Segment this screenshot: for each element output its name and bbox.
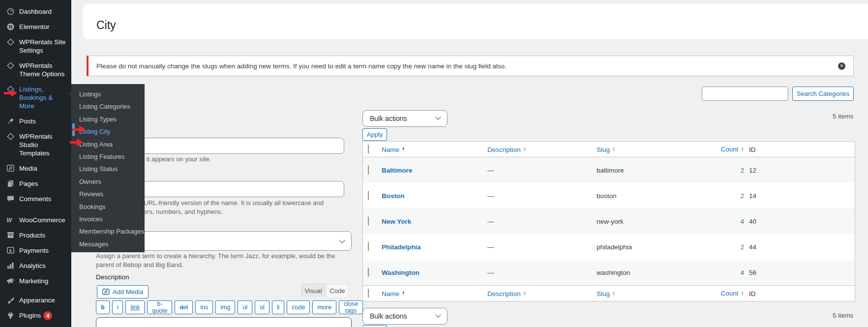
sidebar-item-pages[interactable]: Pages <box>0 176 71 191</box>
page-title: City <box>96 19 116 32</box>
row-checkbox[interactable] <box>368 242 369 251</box>
qt-italic-button[interactable]: i <box>112 300 123 314</box>
apply-button-bottom[interactable]: Apply <box>362 325 387 327</box>
qt-ins-button[interactable]: ins <box>195 300 213 314</box>
sidebar-item-dashboard[interactable]: Dashboard <box>0 4 71 19</box>
sidebar-item-wprentals-studio-templates[interactable]: WPRentals Studio Templates <box>0 129 71 161</box>
column-header-count[interactable]: Count <box>721 290 744 297</box>
sidebar-item-elementor[interactable]: Elementor <box>0 19 71 34</box>
submenu-item-listing-types[interactable]: Listing Types <box>71 113 145 125</box>
sidebar-item-posts[interactable]: Posts <box>0 114 71 129</box>
bulk-actions-select-top[interactable]: Bulk actions <box>362 110 448 127</box>
term-id: 44 <box>749 243 756 251</box>
sidebar-item-plugins[interactable]: Plugins4 <box>0 308 71 324</box>
term-count-link[interactable]: 4 <box>740 269 744 276</box>
term-slug: new-york <box>597 218 624 225</box>
submenu-item-owners[interactable]: Owners <box>71 176 145 188</box>
submenu-item-messages[interactable]: Messages <box>71 238 145 250</box>
qt-bold-button[interactable]: b <box>96 300 110 314</box>
submenu-item-listing-features[interactable]: Listing Features <box>71 150 145 163</box>
term-count-link[interactable]: 4 <box>740 218 744 225</box>
page-header-card <box>83 4 868 39</box>
row-checkbox[interactable] <box>368 216 369 226</box>
select-all-checkbox[interactable] <box>368 289 369 298</box>
term-id: 40 <box>749 218 756 225</box>
apply-button-top[interactable]: Apply <box>362 128 387 141</box>
term-name-link[interactable]: Boston <box>382 192 405 200</box>
sidebar-item-wprentals-theme-options[interactable]: WPRentals Theme Options <box>0 58 71 82</box>
add-media-button[interactable]: Add Media <box>97 285 149 298</box>
term-count-link[interactable]: 2 <box>740 167 744 174</box>
tab-visual[interactable]: Visual <box>301 284 325 297</box>
qt-img-button[interactable]: img <box>215 300 235 314</box>
qt-ul-button[interactable]: ul <box>238 300 252 314</box>
row-checkbox[interactable] <box>368 268 369 277</box>
qt-ol-button[interactable]: ol <box>255 300 269 314</box>
submenu-item-invoices[interactable]: Invoices <box>71 213 145 225</box>
elementor-icon <box>6 23 15 30</box>
annotation-arrow-listing-area <box>70 138 84 146</box>
qt-close-tags-button[interactable]: close tags <box>339 300 363 314</box>
column-header-name[interactable]: Name <box>382 146 405 153</box>
term-count-link[interactable]: 2 <box>740 243 744 251</box>
qt-li-button[interactable]: li <box>272 300 285 314</box>
column-header-description[interactable]: Description <box>487 290 526 297</box>
bars-icon <box>6 262 15 269</box>
qt-code-button[interactable]: code <box>287 300 310 314</box>
sidebar-item-appearance[interactable]: Appearance <box>0 293 71 308</box>
table-header-row: Name Description Slug Count ID <box>363 142 855 157</box>
sidebar-item-users[interactable]: Users <box>0 324 71 327</box>
term-slug: boston <box>597 192 617 200</box>
sidebar-item-payments[interactable]: $ Payments <box>0 243 71 258</box>
term-name-link[interactable]: Philadelphia <box>382 243 421 251</box>
qt-more-button[interactable]: more <box>312 300 336 314</box>
sidebar-item-marketing[interactable]: Marketing <box>0 273 71 289</box>
svg-text:W: W <box>6 217 13 223</box>
listings-flyout-menu: Listings Listing Categories Listing Type… <box>71 84 145 252</box>
description-textarea[interactable] <box>96 317 352 327</box>
column-header-slug[interactable]: Slug <box>597 290 615 297</box>
table-row: Washington — washington 4 56 <box>363 260 855 285</box>
column-header-count[interactable]: Count <box>721 146 744 153</box>
search-categories-button[interactable]: Search Categories <box>792 87 854 101</box>
term-name-link[interactable]: New York <box>382 218 411 225</box>
sort-icon <box>741 147 744 151</box>
term-name-link[interactable]: Baltimore <box>382 167 412 174</box>
media-icon <box>6 164 15 172</box>
term-description: — <box>487 218 494 225</box>
sort-icon <box>402 147 405 151</box>
sidebar-item-woocommerce[interactable]: W WooCommerce <box>0 212 71 228</box>
qt-link-button[interactable]: link <box>125 300 145 314</box>
tab-code[interactable]: Code <box>326 284 349 297</box>
submenu-item-membership-packages[interactable]: Membership Packages <box>71 225 145 238</box>
column-header-description[interactable]: Description <box>487 146 526 153</box>
bulk-actions-select-bottom[interactable]: Bulk actions <box>362 308 448 325</box>
qt-del-button[interactable]: del <box>175 300 193 314</box>
close-icon[interactable]: ✕ <box>838 62 845 70</box>
submenu-item-listings[interactable]: Listings <box>71 88 145 100</box>
sidebar-item-products[interactable]: Products <box>0 228 71 243</box>
column-header-id: ID <box>749 146 756 153</box>
row-checkbox[interactable] <box>368 165 369 175</box>
term-count-link[interactable]: 2 <box>740 192 744 200</box>
select-all-checkbox[interactable] <box>368 145 369 154</box>
column-header-name[interactable]: Name <box>382 290 405 297</box>
term-name-link[interactable]: Washington <box>382 269 419 276</box>
annotation-arrow-listing-city <box>72 125 86 133</box>
submenu-item-listing-categories[interactable]: Listing Categories <box>71 100 145 113</box>
plugins-update-badge: 4 <box>43 311 52 320</box>
sidebar-item-wprentals-site-settings[interactable]: WPRentals Site Settings <box>0 34 71 58</box>
submenu-item-reviews[interactable]: Reviews <box>71 188 145 200</box>
sidebar-item-media[interactable]: Media <box>0 161 71 176</box>
submenu-item-listing-status[interactable]: Listing Status <box>71 163 145 175</box>
search-input[interactable] <box>702 87 788 101</box>
submenu-item-bookings[interactable]: Bookings <box>71 201 145 213</box>
sidebar-item-listings-bookings-more[interactable]: Listings, Bookings & More <box>0 82 71 114</box>
diamond-icon <box>6 61 15 69</box>
qt-blockquote-button[interactable]: b-quote <box>147 300 172 314</box>
column-header-slug[interactable]: Slug <box>597 146 615 153</box>
sidebar-item-analytics[interactable]: Analytics <box>0 258 71 273</box>
row-checkbox[interactable] <box>368 191 369 200</box>
plug-icon <box>6 311 15 319</box>
sidebar-item-comments[interactable]: Comments <box>0 191 71 207</box>
